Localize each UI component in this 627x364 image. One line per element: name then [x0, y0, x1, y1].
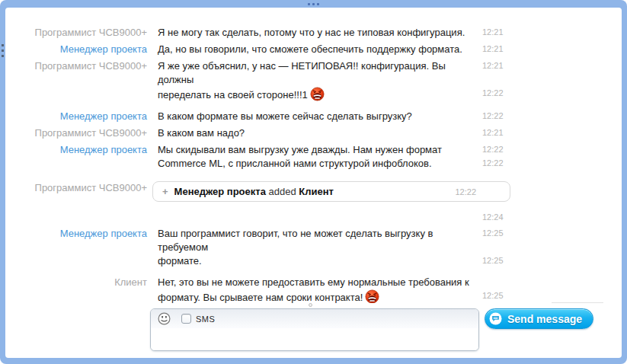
message-text: Нет, это вы не можете предоставить ему н…: [158, 276, 476, 289]
chat-message-row: переделать на своей стороне!!!1 12:22: [5, 87, 622, 102]
sender-name[interactable]: Менеджер проекта: [5, 227, 158, 241]
sender-name[interactable]: Программист ЧСВ9000+: [5, 59, 158, 73]
message-timestamp: 12:21: [476, 26, 514, 39]
left-splitter-grip-icon[interactable]: [2, 44, 4, 57]
divider-line: [552, 302, 603, 303]
chat-log: Программист ЧСВ9000+ Я не могу так сдела…: [5, 8, 622, 303]
message-text: переделать на своей стороне!!!1: [158, 87, 476, 102]
send-message-label: Send message: [507, 313, 582, 325]
speech-bubble-icon: [489, 312, 502, 325]
drag-dots-icon: [308, 3, 319, 5]
chat-event-row: Программист ЧСВ9000+ +Менеджер проекта a…: [5, 181, 622, 202]
chat-message-row: Клиент Нет, это вы не можете предоставит…: [5, 276, 622, 289]
message-timestamp: 12:22: [476, 143, 514, 156]
chat-message-row: Менеджер проекта Ваш программист говорит…: [5, 227, 622, 254]
message-timestamp: 12:25: [476, 227, 514, 240]
event-target: Клиент: [299, 186, 334, 197]
message-input-box: SMS: [150, 308, 479, 351]
chat-message-row: Программист ЧСВ9000+ Я же уже объяснил, …: [5, 59, 622, 87]
sender-name[interactable]: Программист ЧСВ9000+: [5, 181, 158, 195]
message-timestamp: 12:25: [476, 254, 514, 267]
composer: SMS Send message: [5, 303, 622, 358]
sms-option: SMS: [181, 314, 215, 324]
message-timestamp: 12:25: [476, 289, 514, 302]
chat-message-row: Программист ЧСВ9000+ В каком вам надо? 1…: [5, 126, 622, 140]
chat-message-row: Менеджер проекта Мы скидывали вам выгруз…: [5, 143, 622, 157]
chat-message-row: формату. Вы срываете нам сроки контракта…: [5, 289, 622, 303]
message-input[interactable]: [151, 328, 478, 351]
chat-message-row: Программист ЧСВ9000+ Я не могу так сдела…: [5, 26, 622, 40]
event-timestamp: 12:22: [455, 187, 502, 196]
angry-emoticon: [310, 87, 325, 101]
sender-name[interactable]: Менеджер проекта: [5, 110, 158, 123]
sms-checkbox[interactable]: [181, 314, 191, 324]
timestamp-row: 12:24: [5, 211, 622, 224]
chat-message-row: Commerce ML, с присланной нами структуро…: [5, 157, 622, 171]
message-text: Мы скидывали вам выгрузку уже дважды. На…: [158, 143, 476, 157]
window-drag-handle[interactable]: [0, 0, 627, 8]
plus-icon: +: [162, 186, 168, 197]
send-message-button[interactable]: Send message: [485, 308, 593, 329]
sender-name[interactable]: Менеджер проекта: [5, 143, 158, 157]
event-action: added: [266, 186, 299, 197]
message-text: формату. Вы срываете нам сроки контракта…: [158, 289, 476, 303]
event-text: +Менеджер проекта added Клиент: [162, 186, 455, 197]
chat-message-row: формате. 12:25: [5, 254, 622, 268]
message-timestamp: 12:21: [476, 43, 514, 56]
chat-content: Программист ЧСВ9000+ Я не могу так сдела…: [5, 8, 622, 358]
message-timestamp: 12:22: [476, 87, 514, 100]
chat-message-row: Менеджер проекта Да, но вы говорили, что…: [5, 43, 622, 56]
message-text: формате.: [158, 254, 476, 268]
sender-name[interactable]: Менеджер проекта: [5, 43, 158, 56]
message-text: Да, но вы говорили, что сможете обеспечи…: [158, 43, 476, 56]
message-text: Commerce ML, с присланной нами структуро…: [158, 157, 476, 171]
chat-window: Программист ЧСВ9000+ Я не могу так сдела…: [0, 0, 627, 364]
conversation-event-box: +Менеджер проекта added Клиент 12:22: [152, 181, 510, 202]
emoticon-picker-icon[interactable]: [158, 312, 171, 325]
message-timestamp: 12:24: [476, 211, 514, 224]
message-text: В каком вам надо?: [158, 126, 476, 140]
message-timestamp: 12:21: [476, 126, 514, 139]
message-text: В каком формате вы можете сейчас сделать…: [158, 110, 476, 123]
splitter-dot-icon[interactable]: [309, 303, 312, 307]
message-text: Я же уже объяснил, у нас — НЕТИПОВАЯ!! к…: [158, 59, 476, 87]
message-timestamp: 12:22: [476, 157, 514, 170]
angry-emoticon: [365, 289, 379, 303]
sms-checkbox-label: SMS: [196, 315, 215, 324]
sender-name[interactable]: Программист ЧСВ9000+: [5, 26, 158, 40]
sender-name[interactable]: Программист ЧСВ9000+: [5, 126, 158, 140]
event-actor: Менеджер проекта: [174, 186, 266, 197]
message-timestamp: 12:21: [476, 59, 514, 72]
message-text: Ваш программист говорит, что не может сд…: [158, 227, 476, 254]
sender-name[interactable]: Клиент: [5, 276, 158, 289]
input-toolbar: SMS: [151, 309, 478, 328]
chat-message-row: Менеджер проекта В каком формате вы може…: [5, 110, 622, 123]
message-timestamp: 12:22: [476, 110, 514, 123]
message-text: Я не могу так сделать, потому что у нас …: [158, 26, 476, 40]
